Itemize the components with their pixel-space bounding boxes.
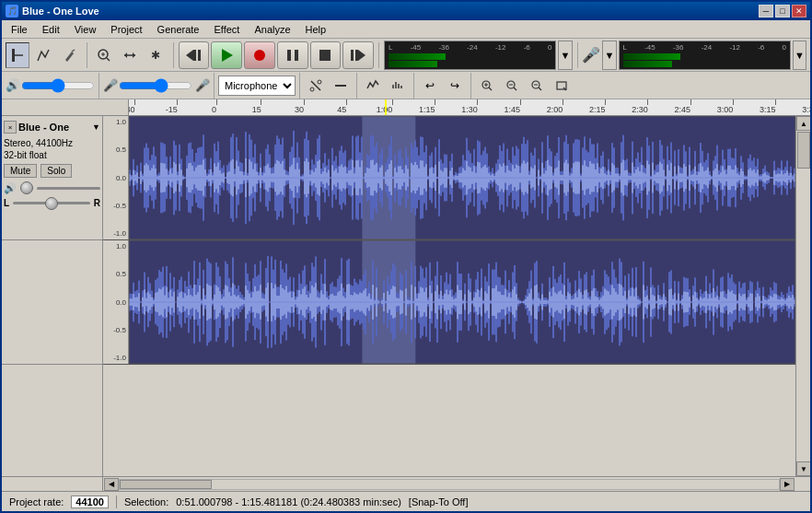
silence-button[interactable] — [329, 74, 353, 98]
track-labels-column: × Blue - One ▼ Stereo, 44100Hz 32-bit fl… — [2, 116, 103, 476]
gain-icon-1: 🔊 — [4, 182, 17, 194]
timeshift-tool-button[interactable] — [118, 42, 142, 68]
svg-line-20 — [311, 81, 320, 90]
content-area: -30-1501530451:001:151:301:452:002:152:3… — [2, 99, 810, 491]
multi-tool-button[interactable]: ✱ — [144, 42, 168, 68]
svg-marker-9 — [186, 50, 193, 61]
waveform-canvas-1[interactable] — [129, 116, 795, 239]
zoom-fit-button[interactable] — [525, 74, 549, 98]
select-tool-button[interactable] — [6, 42, 29, 68]
menu-project[interactable]: Project — [103, 22, 149, 37]
scroll-down-button[interactable]: ▼ — [796, 461, 810, 476]
ruler-ticks: -30-1501530451:001:151:301:452:002:152:3… — [129, 99, 810, 115]
pan-slider-1[interactable] — [13, 202, 90, 204]
sep-input — [299, 73, 300, 99]
menu-effect[interactable]: Effect — [206, 22, 247, 37]
snap-label: [Snap-To Off] — [409, 496, 469, 507]
y-labels-1: 1.0 0.5 0.0 -0.5 -1.0 — [103, 116, 129, 239]
input-mic-icon: 🎤 — [103, 78, 118, 92]
gain-knob-1[interactable] — [20, 181, 33, 194]
trim-button[interactable] — [304, 74, 328, 98]
zoom-out-button[interactable] — [500, 74, 524, 98]
maximize-button[interactable]: □ — [775, 5, 790, 17]
menu-file[interactable]: File — [4, 22, 35, 37]
track-dropdown-1[interactable]: ▼ — [92, 122, 100, 132]
svg-line-36 — [539, 87, 541, 90]
vu-right-dropdown[interactable]: ▼ — [602, 41, 616, 70]
scroll-right-button[interactable]: ▶ — [780, 478, 795, 491]
svg-rect-14 — [287, 50, 291, 61]
scroll-up-button[interactable]: ▲ — [796, 116, 810, 131]
normalize-button[interactable] — [361, 74, 385, 98]
output-volume-slider[interactable] — [21, 78, 95, 93]
play-button[interactable] — [211, 41, 242, 69]
vu-left-dropdown[interactable]: ▼ — [558, 41, 572, 70]
rewind-button[interactable] — [179, 41, 210, 69]
ruler-tick: 30 — [299, 99, 308, 114]
input-volume-slider[interactable] — [119, 78, 192, 93]
forward-button[interactable] — [342, 41, 374, 69]
minimize-button[interactable]: ─ — [759, 5, 773, 17]
svg-line-29 — [489, 87, 492, 90]
svg-rect-16 — [319, 50, 331, 61]
zoom-tool-button[interactable] — [92, 42, 116, 68]
record-button[interactable] — [244, 41, 275, 69]
ruler-tick: 45 — [342, 99, 351, 114]
menu-edit[interactable]: Edit — [35, 22, 67, 37]
hscroll-bar[interactable] — [119, 479, 780, 490]
app-window: 🎵 Blue - One Love ─ □ ✕ File Edit View P… — [0, 0, 812, 513]
ruler-tick: -30 — [129, 99, 141, 114]
redo-button[interactable]: ↪ — [443, 74, 467, 98]
ruler-tick: 1:45 — [512, 99, 528, 114]
window-title: Blue - One Love — [22, 6, 99, 17]
stop-button[interactable] — [310, 41, 342, 69]
equalize-button[interactable] — [386, 74, 410, 98]
scroll-track-v — [796, 131, 810, 461]
zoom-in-button[interactable] — [475, 74, 499, 98]
menu-analyze[interactable]: Analyze — [247, 22, 297, 37]
svg-rect-19 — [355, 50, 358, 61]
scroll-thumb-v[interactable] — [797, 132, 810, 169]
mute-button-1[interactable]: Mute — [4, 164, 37, 178]
ruler-tick: 15 — [257, 99, 266, 114]
close-button[interactable]: ✕ — [792, 5, 806, 17]
waveform-track-1: 1.0 0.5 0.0 -0.5 -1.0 — [103, 116, 795, 240]
undo-button[interactable]: ↩ — [418, 74, 442, 98]
ruler-tick: -15 — [171, 99, 183, 114]
hscroll-thumb[interactable] — [120, 480, 212, 489]
svg-rect-23 — [335, 85, 346, 87]
sep-edit3 — [470, 73, 471, 99]
svg-text:✱: ✱ — [151, 49, 160, 62]
input-mic-icon2: 🎤 — [195, 78, 210, 92]
ruler-tick: 1:15 — [427, 99, 444, 114]
vu-right2-dropdown[interactable]: ▼ — [793, 41, 806, 70]
hscroll-track[interactable]: ◀ ▶ — [103, 477, 795, 491]
pause-button[interactable] — [277, 41, 308, 69]
menu-generate[interactable]: Generate — [150, 22, 207, 37]
ruler-tick: 1:00 — [385, 99, 401, 114]
menu-view[interactable]: View — [67, 22, 104, 37]
vu-bar-L-right — [623, 53, 786, 60]
ruler-spacer — [2, 99, 129, 115]
y-labels-2: 1.0 0.5 0.0 -0.5 -1.0 — [103, 240, 129, 364]
input-source-select[interactable]: Microphone Line In Stereo Mix — [218, 76, 296, 96]
menu-help[interactable]: Help — [298, 22, 334, 37]
scroll-left-button[interactable]: ◀ — [104, 478, 119, 491]
zoom-select-button[interactable] — [550, 74, 574, 98]
titlebar-left: 🎵 Blue - One Love — [6, 5, 99, 17]
ruler-tick: 0 — [215, 99, 219, 114]
draw-tool-button[interactable] — [58, 42, 82, 68]
pan-R-1: R — [94, 198, 100, 208]
gain-slider-1[interactable] — [37, 187, 100, 190]
svg-line-4 — [107, 58, 110, 61]
track-close-1[interactable]: × — [4, 121, 17, 134]
solo-button-1[interactable]: Solo — [41, 164, 72, 178]
vertical-scrollbar: ▲ ▼ — [795, 116, 810, 476]
waveform-track-2: 1.0 0.5 0.0 -0.5 -1.0 — [103, 240, 795, 365]
svg-marker-17 — [358, 50, 365, 61]
envelope-tool-button[interactable] — [31, 42, 55, 68]
track-label-2 — [2, 240, 102, 365]
ruler-row: -30-1501530451:001:151:301:452:002:152:3… — [2, 99, 810, 116]
waveform-canvas-2[interactable] — [129, 240, 795, 364]
pan-L-1: L — [4, 198, 9, 208]
